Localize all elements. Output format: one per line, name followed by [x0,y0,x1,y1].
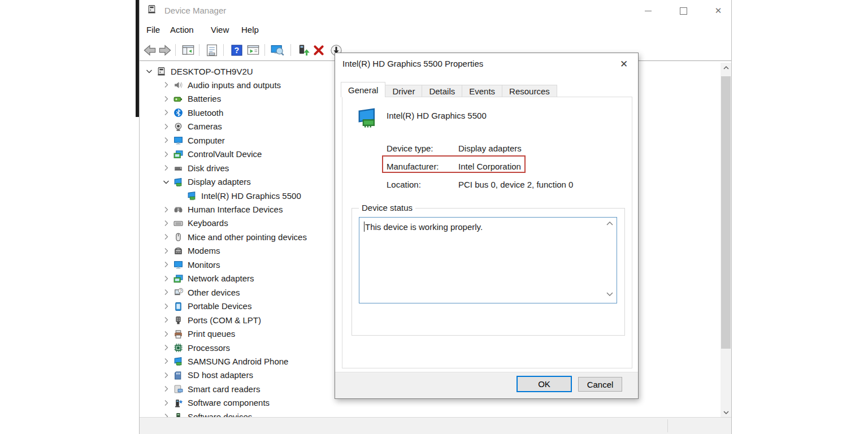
window-title: Device Manager [164,6,226,15]
device-status-group: Device status This device is working pro… [351,208,625,336]
tab-details[interactable]: Details [422,85,462,97]
tree-item-label: Cameras [188,121,222,131]
chevron-collapsed-icon[interactable] [162,232,173,241]
tab-general[interactable]: General [341,82,385,97]
chevron-collapsed-icon[interactable] [162,398,173,407]
chevron-collapsed-icon[interactable] [162,205,173,214]
device-field-row: Location:PCI bus 0, device 2, function 0 [387,175,573,193]
chevron-collapsed-icon[interactable] [162,246,173,255]
chevron-expanded-icon[interactable] [145,67,157,76]
chevron-up-icon [723,66,729,70]
chevron-collapsed-icon[interactable] [162,343,173,352]
device-status-textbox[interactable]: This device is working properly. [359,217,617,303]
chevron-collapsed-icon[interactable] [162,80,173,89]
tab-events[interactable]: Events [462,85,502,97]
forward-arrow-icon[interactable] [158,44,172,57]
device-status-text: This device is working properly. [364,222,483,232]
help-icon[interactable]: ? [230,44,244,57]
chevron-collapsed-icon[interactable] [162,274,173,283]
back-arrow-icon[interactable] [143,44,157,57]
keyboard-icon [173,219,183,228]
port-icon [173,315,183,324]
audio-icon [173,80,183,89]
properties-icon[interactable] [205,44,219,57]
close-icon: ✕ [715,6,722,16]
chevron-collapsed-icon[interactable] [162,384,173,393]
maximize-button[interactable] [674,2,692,19]
ok-button[interactable]: OK [517,376,572,392]
chevron-collapsed-icon[interactable] [162,136,173,145]
chevron-up-icon [606,222,613,225]
sd-card-icon [173,371,183,380]
battery-icon [173,94,183,103]
chevron-down-icon [723,411,729,414]
scrollbar-thumb[interactable] [721,76,731,349]
tree-item-label: Disk drives [188,163,229,173]
menu-file[interactable]: File [146,25,160,34]
field-value: PCI bus 0, device 2, function 0 [458,180,573,189]
tree-item-label: Software components [188,398,270,407]
tree-item[interactable]: Software devices [140,410,721,417]
tab-driver[interactable]: Driver [385,85,422,97]
chevron-collapsed-icon[interactable] [162,329,173,338]
modem-icon [173,246,183,255]
tab-resources[interactable]: Resources [502,85,557,97]
cancel-button[interactable]: Cancel [578,377,622,392]
tree-item-label: Mice and other pointing devices [188,232,307,242]
update-driver-icon[interactable] [297,44,310,57]
tree-item-label: Portable Devices [188,301,251,311]
chevron-collapsed-icon[interactable] [162,315,173,324]
monitor-icon [173,260,183,269]
screen: Device Manager ✕ FileActionViewHelp ? DE… [0,0,868,434]
scroll-up-button[interactable] [721,63,731,72]
chevron-collapsed-icon[interactable] [162,163,173,172]
action-list-icon[interactable] [246,44,260,57]
show-console-tree-icon[interactable] [181,44,195,57]
display-adapter-icon [357,107,378,128]
field-label: Device type: [387,144,458,153]
software-device-icon [173,412,183,417]
menu-view[interactable]: View [211,25,229,34]
dialog-close-button[interactable]: ✕ [617,57,631,71]
chevron-collapsed-icon[interactable] [162,302,173,311]
scroll-down-button[interactable] [721,407,731,417]
chevron-collapsed-icon[interactable] [162,357,173,366]
minimize-button[interactable] [639,2,657,19]
chevron-collapsed-icon[interactable] [162,150,173,159]
tree-item-label: SAMSUNG Android Phone [188,357,288,366]
scan-hardware-changes-icon[interactable] [271,44,284,57]
chevron-collapsed-icon[interactable] [162,122,173,131]
menu-action[interactable]: Action [170,25,194,34]
close-button[interactable]: ✕ [709,2,727,19]
chevron-collapsed-icon[interactable] [162,412,173,417]
tree-item-label: Network adapters [188,274,254,283]
tree-item-label: SD host adapters [188,370,253,380]
menu-help[interactable]: Help [241,25,259,34]
tree-item-label: Audio inputs and outputs [188,80,281,90]
chevron-collapsed-icon[interactable] [162,260,173,269]
textbox-scroll-down[interactable] [606,292,614,299]
hid-icon [173,205,183,214]
chevron-collapsed-icon[interactable] [162,371,173,380]
svg-text:?: ? [235,46,240,55]
general-tab-page: Intel(R) HD Graphics 5500 Device type:Di… [342,97,632,368]
display-adapter-icon [187,191,197,200]
bluetooth-icon [173,108,183,117]
field-label: Manufacturer: [387,162,458,171]
display-adapter-icon [173,177,183,186]
printer-icon [173,329,183,338]
chevron-collapsed-icon[interactable] [162,219,173,228]
tree-item-label: Monitors [188,260,220,270]
chevron-collapsed-icon[interactable] [162,288,173,297]
chevron-collapsed-icon[interactable] [162,108,173,117]
uninstall-device-icon[interactable] [312,44,326,57]
software-component-icon [173,398,183,407]
dialog-title: Intel(R) HD Graphics 5500 Properties [342,59,483,68]
chevron-expanded-icon[interactable] [162,177,173,186]
tree-scrollbar[interactable] [721,63,731,417]
field-value: Display adapters [458,144,522,153]
chevron-collapsed-icon[interactable] [162,94,173,103]
minimize-icon [645,11,652,11]
field-label: Location: [387,180,458,189]
textbox-scroll-up[interactable] [606,222,614,228]
